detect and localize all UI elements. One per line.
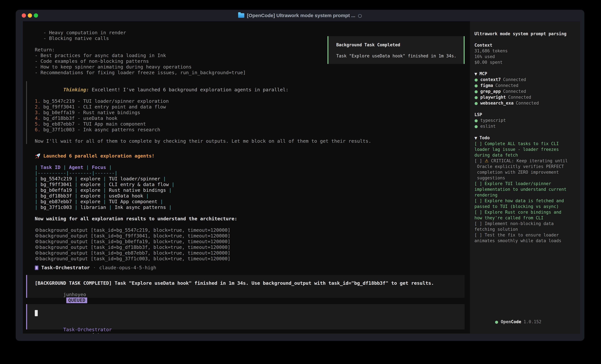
- thinking-block: Thinking:Excellent! I've launched 6 back…: [26, 81, 465, 144]
- todo-line: how they're called from CLI: [474, 215, 577, 221]
- traffic-lights: [22, 13, 38, 18]
- table-separator-row: |----------|--------|-------|: [35, 170, 465, 176]
- status-dot-icon: ●: [474, 77, 478, 82]
- status-dot-icon: ●: [474, 89, 478, 94]
- table-header-row: | Task ID | Agent | Focus |: [35, 164, 465, 170]
- list-item: 2.bg_f9ff3041 - CLI entry point and data…: [35, 104, 465, 110]
- table-row: | bg_f9ff3041 | explore | CLI entry & da…: [35, 182, 465, 187]
- todo-line: [ ] Complete ALL tasks to fix CLI: [474, 141, 577, 147]
- mcp-item: ●context7Connected: [474, 77, 577, 83]
- agent-box-icon: [35, 266, 38, 270]
- table-row: | bg_37f1c003 | librarian | Ink async pa…: [35, 204, 465, 210]
- mcp-heading: ▼MCP: [474, 71, 577, 77]
- todo-line: passed to TUI (blocking vs async): [474, 204, 577, 209]
- list-item: 1.bg_5547c219 - TUI loader/spinner explo…: [35, 98, 465, 104]
- list-item: 4.bg_df18bb3f - useData hook: [35, 115, 465, 121]
- lsp-item: ●eslint: [474, 124, 577, 129]
- tool-call: ⚙background_output [task_id=bg_37f1c003,…: [35, 256, 465, 262]
- folder-icon: [238, 13, 244, 18]
- chat-transcript: - Heavy computation in render - Blocking…: [23, 21, 470, 334]
- gear-icon: ⚙: [35, 244, 39, 250]
- todo-line: [ ] Implement non-blocking data: [474, 221, 577, 227]
- table-row: | bg_df18bb3f | explore | useData hook |: [35, 193, 465, 199]
- toast-notification: Background Task Completed Task "Explore …: [327, 36, 465, 64]
- todo-line: loader lag issue - loader freezes: [474, 147, 577, 152]
- todo-line: rendering: [474, 192, 577, 198]
- prompt-input[interactable]: Task-Orchestrator Opus 4.5 High Anthropi…: [26, 304, 465, 329]
- launched-text: Launched 6 parallel exploration agents!: [43, 153, 154, 159]
- todo-line: implementation to understand current: [474, 187, 577, 192]
- context-spent: $0.00 spent: [474, 59, 577, 65]
- todo-line: [ ] Explore TUI loader/spinner: [474, 181, 577, 187]
- status-dot-icon: ●: [474, 95, 478, 100]
- list-item: 6.bg_37f1c003 - Ink async patterns resea…: [35, 127, 465, 133]
- minimize-button[interactable]: [28, 13, 32, 18]
- input-model-name: Opus 4.5 High: [63, 333, 100, 334]
- terminal-window: [OpenCode] Ultrawork mode system prompt …: [16, 10, 584, 341]
- tool-call: ⚙background_output [task_id=bg_b0effa19,…: [35, 239, 465, 244]
- mcp-item: ●playwrightConnected: [474, 95, 577, 100]
- agent-name: Task-Orchestrator: [41, 265, 90, 270]
- toast-title: Background Task Completed: [336, 42, 464, 48]
- zoom-button[interactable]: [34, 13, 38, 18]
- todo-heading: ▼Todo: [474, 135, 577, 141]
- input-agent-line: Task-Orchestrator Opus 4.5 High Anthropi…: [35, 321, 460, 334]
- todo-line: [ ] Explore how data is fetched and: [474, 198, 577, 204]
- todo-line: [ ] Test the fix to ensure loader: [474, 232, 577, 238]
- input-agent-name: Task-Orchestrator: [63, 327, 112, 332]
- list-item: 3.bg_b0effa19 - Rust native bindings: [35, 110, 465, 115]
- toast-body: Task "Explore useData hook" finished in …: [336, 53, 464, 59]
- gear-icon: ⚙: [35, 256, 39, 261]
- status-dot-icon: ●: [474, 118, 478, 123]
- window-title-group: [OpenCode] Ultrawork mode system prompt …: [238, 13, 362, 18]
- mcp-item: ●grep_appConnected: [474, 88, 577, 95]
- todo-line: completion with ZERO improvement: [474, 169, 577, 175]
- tool-call: ⚙background_output [task_id=bg_5547c219,…: [35, 227, 465, 233]
- mcp-item: ●figmaConnected: [474, 83, 577, 88]
- todo-line: Oracle explicitly verifies PERFECT: [474, 164, 577, 169]
- todo-line: during data fetch: [474, 152, 577, 158]
- close-button[interactable]: [22, 13, 26, 18]
- completed-message-text: [BACKGROUND TASK COMPLETED] Task "Explor…: [35, 280, 460, 286]
- waiting-line: Now waiting for all exploration results …: [35, 216, 465, 222]
- app-version-footer: ●OpenCode1.0.152: [474, 313, 541, 331]
- context-used: 16% used: [474, 54, 577, 59]
- tool-call: ⚙background_output [task_id=bg_eb87ebb7,…: [35, 250, 465, 256]
- todo-line: [ ] Explore Rust core bindings and: [474, 209, 577, 215]
- todo-line: fetching solution: [474, 227, 577, 232]
- mcp-item: ●websearch_exaConnected: [474, 100, 577, 106]
- status-dot-icon: ●: [495, 320, 498, 324]
- background-completed-message: [BACKGROUND TASK COMPLETED] Task "Explor…: [26, 275, 465, 298]
- list-item: 5.bg_eb87ebb7 - TUI App main component: [35, 121, 465, 127]
- agents-table: | Task ID | Agent | Focus | |----------|…: [35, 164, 465, 210]
- message-attribution: Task-Orchestrator · claude-opus-4-5-high: [35, 265, 465, 270]
- sidebar: Ultrawork mode system prompt parsing Con…: [470, 21, 580, 334]
- middot-separator: ·: [93, 265, 96, 270]
- gear-icon: ⚙: [35, 227, 39, 233]
- todo-line-critical: [ ] ⚠ CRITICAL: Keep iterating until: [474, 158, 577, 164]
- text-cursor: [35, 310, 38, 316]
- context-heading: Context: [474, 42, 577, 48]
- titlebar: [OpenCode] Ultrawork mode system prompt …: [16, 10, 584, 21]
- thinking-label: Thinking:: [63, 87, 89, 93]
- chevron-down-icon: ▼: [474, 136, 477, 140]
- launched-banner: Launched 6 parallel exploration agents!: [35, 153, 465, 159]
- tool-call: ⚙background_output [task_id=bg_f9ff3041,…: [35, 233, 465, 239]
- proxy-circle-icon: ○: [358, 13, 362, 18]
- table-row: | bg_eb87ebb7 | explore | TUI App compon…: [35, 199, 465, 204]
- lsp-heading: LSP: [474, 112, 577, 118]
- gear-icon: ⚙: [35, 233, 39, 239]
- todo-line: animates smoothly while data loads: [474, 238, 577, 244]
- status-badge: QUEUED: [66, 297, 87, 303]
- chevron-down-icon: ▼: [474, 72, 477, 76]
- tool-call: ⚙background_output [task_id=bg_df18bb3f,…: [35, 244, 465, 250]
- agent-model: claude-opus-4-5-high: [99, 265, 156, 270]
- lsp-item: ●typescript: [474, 118, 577, 124]
- table-row: | bg_b0effa19 | explore | Rust native bi…: [35, 187, 465, 193]
- context-tokens: 31,686 tokens: [474, 48, 577, 54]
- gear-icon: ⚙: [35, 250, 39, 256]
- session-title: Ultrawork mode system prompt parsing: [474, 31, 577, 37]
- rocket-icon: [35, 153, 41, 159]
- window-title: [OpenCode] Ultrawork mode system prompt …: [247, 13, 355, 18]
- status-dot-icon: ●: [474, 101, 478, 105]
